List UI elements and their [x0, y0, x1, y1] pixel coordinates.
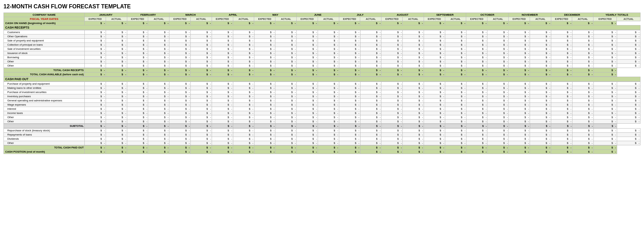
cash-paid-row: General operating and administrative exp… [4, 99, 641, 103]
repurchase-row: Other$ -$ -$ -$ -$ -$ -$ -$ -$ -$ -$ -$ … [4, 141, 641, 145]
cash-paid-row: Other$ -$ -$ -$ -$ -$ -$ -$ -$ -$ -$ -$ … [4, 115, 641, 120]
cash-paid-row: Inventory purchases$ -$ -$ -$ -$ -$ -$ -… [4, 94, 641, 99]
cash-receipt-row: Other$ -$ -$ -$ -$ -$ -$ -$ -$ -$ -$ -$ … [4, 60, 641, 64]
cash-paid-label: Other [4, 115, 85, 120]
cash-position-label: CASH POSITION (end of month) [4, 150, 85, 154]
total-cash-paid-label: TOTAL CASH PAID OUT [4, 146, 85, 150]
cash-paid-label: Interest [4, 107, 85, 111]
jun-header: JUNE [297, 13, 339, 17]
cash-paid-row: Other$ -$ -$ -$ -$ -$ -$ -$ -$ -$ -$ -$ … [4, 120, 641, 124]
feb-header: FEBRUARY [127, 13, 169, 17]
cash-receipt-row: Sale of investment securities$ -$ -$ -$ … [4, 47, 641, 51]
sep-header: SEPTEMBER [424, 13, 466, 17]
cash-receipt-label: Sale of property and equipment [4, 39, 85, 43]
cash-receipt-row: Customers$ -$ -$ -$ -$ -$ -$ -$ -$ -$ -$… [4, 30, 641, 34]
cash-receipt-label: Sale of investment securities [4, 47, 85, 51]
may-header: MAY [254, 13, 297, 17]
sub-apr-act: ACTUAL [233, 17, 254, 21]
sub-feb-exp: EXPECTED [127, 17, 148, 21]
cash-paid-row: Income taxes$ -$ -$ -$ -$ -$ -$ -$ -$ -$… [4, 111, 641, 115]
jan-header: JANUARY [85, 13, 127, 17]
fiscal-year-label: FISCAL YEAR DATES [4, 17, 85, 21]
cash-paid-label: Purchase of property and equipment [4, 82, 85, 86]
cash-receipt-label: Other [4, 64, 85, 68]
cash-receipt-label: Borrowing [4, 55, 85, 60]
cash-receipts-header-row: CASH RECEIPTS [4, 25, 641, 30]
repurchase-row: Repayments of loans$ -$ -$ -$ -$ -$ -$ -… [4, 133, 641, 137]
nov-header: NOVEMBER [509, 13, 551, 17]
cash-receipt-label: Issuance of stock [4, 51, 85, 55]
sub-nov-exp: EXPECTED [509, 17, 530, 21]
cash-paid-label: Income taxes [4, 111, 85, 115]
repurchase-row: Repurchase of stock (treasury stock)$ -$… [4, 129, 641, 133]
cash-paid-row: Purchase of investment securities$ -$ -$… [4, 90, 641, 94]
cash-paid-label: Other [4, 120, 85, 124]
cash-receipts-label: CASH RECEIPTS [4, 25, 641, 30]
company-name-label: COMPANY NAME [4, 13, 85, 17]
repurchase-label: Other [4, 141, 85, 145]
sub-mar-act: ACTUAL [191, 17, 212, 21]
sub-jul-exp: EXPECTED [339, 17, 360, 21]
cash-paid-row: Purchase of property and equipment$ -$ -… [4, 82, 641, 86]
sub-jan-exp: EXPECTED [85, 17, 106, 21]
total-cash-available-row: TOTAL CASH AVAILABLE (before cash out) $… [4, 72, 641, 77]
cash-paid-label: Wage expenses [4, 103, 85, 107]
cash-paid-label: General operating and administrative exp… [4, 99, 85, 103]
aug-header: AUGUST [381, 13, 424, 17]
sub-dec-exp: EXPECTED [551, 17, 572, 21]
cash-receipt-row: Sale of property and equipment$ -$ -$ -$… [4, 39, 641, 43]
sub-jun-exp: EXPECTED [297, 17, 318, 21]
sub-jan-act: ACTUAL [106, 17, 127, 21]
jul-header: JULY [339, 13, 381, 17]
cash-receipt-label: Other [4, 60, 85, 64]
yearly-totals-header: YEARLY TOTALS [593, 13, 641, 17]
sub-may-act: ACTUAL [275, 17, 297, 21]
cash-receipt-row: Other$ -$ -$ -$ -$ -$ -$ -$ -$ -$ -$ -$ … [4, 64, 641, 68]
sub-oct-act: ACTUAL [487, 17, 509, 21]
sub-nov-act: ACTUAL [530, 17, 551, 21]
sub-feb-act: ACTUAL [148, 17, 169, 21]
oct-header: OCTOBER [466, 13, 509, 17]
sub-dec-act: ACTUAL [572, 17, 593, 21]
total-cash-receipts-label: TOTAL CASH RECEIPTS [4, 68, 85, 72]
cash-paid-label: Purchase of investment securities [4, 90, 85, 94]
cash-receipt-row: Borrowing$ -$ -$ -$ -$ -$ -$ -$ -$ -$ -$… [4, 55, 641, 60]
total-cash-receipts-row: TOTAL CASH RECEIPTS $ - $ - $ - $ - $ - … [4, 68, 641, 72]
cash-receipt-label: Customers [4, 30, 85, 34]
page-title: 12-MONTH CASH FLOW FORECAST TEMPLATE [3, 3, 641, 10]
cash-paid-row: Interest$ -$ -$ -$ -$ -$ -$ -$ -$ -$ -$ … [4, 107, 641, 111]
subtotal-label: SUBTOTAL [4, 124, 85, 128]
cash-on-hand-label: CASH ON HAND (beginning of month) [4, 21, 85, 25]
cash-paid-label: Inventory purchases [4, 94, 85, 99]
cash-paid-row: Wage expenses$ -$ -$ -$ -$ -$ -$ -$ -$ -… [4, 103, 641, 107]
apr-header: APRIL [212, 13, 254, 17]
total-cash-available-label: TOTAL CASH AVAILABLE (before cash out) [4, 72, 85, 77]
cash-receipt-label: Collection of principal on loans [4, 43, 85, 47]
cash-on-hand-row: CASH ON HAND (beginning of month) $ - $ … [4, 21, 641, 25]
cash-paid-row: Making loans to other entities$ -$ -$ -$… [4, 86, 641, 90]
repurchase-label: Dividends [4, 137, 85, 141]
cash-receipt-row: Other Operations$ -$ -$ -$ -$ -$ -$ -$ -… [4, 34, 641, 39]
cash-receipt-row: Collection of principal on loans$ -$ -$ … [4, 43, 641, 47]
mar-header: MARCH [169, 13, 212, 17]
repurchase-label: Repayments of loans [4, 133, 85, 137]
cash-paid-out-label: CASH PAID OUT [4, 77, 641, 82]
dec-header: DECEMBER [551, 13, 593, 17]
total-cash-paid-row: TOTAL CASH PAID OUT $ - $ - $ - $ - $ - … [4, 146, 641, 150]
sub-tot-act: ACTUAL [617, 17, 641, 21]
sub-aug-act: ACTUAL [403, 17, 424, 21]
sub-tot-exp: EXPECTED [593, 17, 617, 21]
sub-oct-exp: EXPECTED [466, 17, 487, 21]
sub-aug-exp: EXPECTED [381, 17, 403, 21]
sub-jul-act: ACTUAL [360, 17, 381, 21]
month-header-row: COMPANY NAME JANUARY FEBRUARY MARCH APRI… [4, 13, 641, 17]
cash-receipt-row: Issuance of stock$ -$ -$ -$ -$ -$ -$ -$ … [4, 51, 641, 55]
cash-paid-label: Making loans to other entities [4, 86, 85, 90]
sub-may-exp: EXPECTED [254, 17, 275, 21]
repurchase-row: Dividends$ -$ -$ -$ -$ -$ -$ -$ -$ -$ -$… [4, 137, 641, 141]
sub-mar-exp: EXPECTED [169, 17, 191, 21]
sub-apr-exp: EXPECTED [212, 17, 233, 21]
cash-paid-out-header-row: CASH PAID OUT [4, 77, 641, 82]
sub-sep-exp: EXPECTED [424, 17, 445, 21]
subtotal-row: SUBTOTAL $ - $ - $ - $ - $ - $ - $ - $ -… [4, 124, 641, 128]
